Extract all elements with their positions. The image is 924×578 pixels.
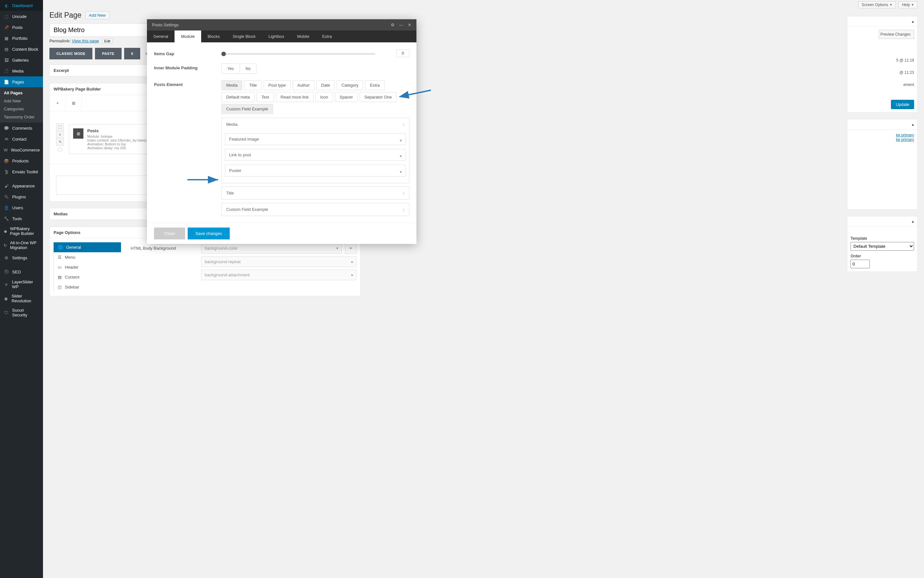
- bg-color-select[interactable]: background-color: [201, 243, 342, 253]
- sidebar-sub-taxonomy[interactable]: Taxonomy Order: [0, 113, 43, 121]
- minimize-icon[interactable]: —: [399, 23, 403, 27]
- pill-date[interactable]: Date: [316, 80, 335, 90]
- save-changes-button[interactable]: Save changes: [188, 227, 229, 239]
- tab-mobile[interactable]: Mobile: [291, 31, 316, 42]
- gear-icon[interactable]: ⚙: [391, 23, 395, 27]
- media-section-header[interactable]: Media ↕: [222, 118, 409, 131]
- classic-mode-button[interactable]: CLASSIC MODE: [49, 48, 92, 59]
- sidebar-item-woocommerce[interactable]: WWooCommerce: [0, 144, 43, 155]
- bg-attach-select[interactable]: background-attachment: [201, 270, 357, 280]
- sidebar-item-slider-rev[interactable]: ◉Slider Revolution: [0, 291, 43, 305]
- po-tab-sidebar[interactable]: ◫Sidebar: [53, 282, 121, 292]
- slider-thumb[interactable]: [221, 52, 226, 56]
- template-select[interactable]: Default Template: [851, 242, 914, 251]
- pill-icon[interactable]: Icon: [315, 92, 333, 102]
- permalink-edit-button[interactable]: Edit: [102, 39, 113, 44]
- bg-repeat-select[interactable]: background-repeat: [201, 257, 357, 267]
- sidebar-item-uncode[interactable]: ⬚Uncode: [0, 11, 43, 22]
- pill-category[interactable]: Category: [337, 80, 363, 90]
- tab-extra[interactable]: Extra: [316, 31, 338, 42]
- sidebar-item-media[interactable]: 🎵Media: [0, 65, 43, 76]
- permalink-link[interactable]: View this page: [72, 39, 99, 43]
- drag-handle-icon[interactable]: ↕: [403, 191, 405, 195]
- tab-general[interactable]: General: [147, 31, 175, 42]
- tab-blocks[interactable]: Blocks: [201, 31, 226, 42]
- primary-link[interactable]: ke primary: [896, 133, 914, 137]
- items-gap-slider[interactable]: [221, 53, 375, 55]
- po-tab-general[interactable]: 🌐General: [53, 242, 121, 252]
- sidebar-item-migration[interactable]: ↻All-in-One WP Migration: [0, 238, 43, 252]
- paste-button[interactable]: PASTE: [95, 48, 121, 59]
- sidebar-item-content-block[interactable]: ▤Content Block: [0, 44, 43, 55]
- tab-single-block[interactable]: Single Block: [226, 31, 262, 42]
- sidebar-sub-all-pages[interactable]: All Pages: [0, 89, 43, 97]
- sidebar-item-plugins[interactable]: 🔌Plugins: [0, 191, 43, 202]
- modal-titlebar[interactable]: Posts Settings ⚙ — ✕: [147, 19, 417, 31]
- toggle-no[interactable]: No: [240, 64, 256, 73]
- toggle-yes[interactable]: Yes: [222, 64, 240, 73]
- collapse-icon[interactable]: ▴: [912, 19, 914, 24]
- sidebar-item-settings[interactable]: ⚙Settings: [0, 252, 43, 263]
- drag-handle-icon[interactable]: ↕: [403, 122, 405, 127]
- sidebar-item-dashboard[interactable]: ◐Dashboard: [0, 0, 43, 11]
- preview-changes-button[interactable]: Preview Changes: [879, 30, 914, 39]
- po-tab-header[interactable]: ▭Header: [53, 262, 121, 272]
- pill-default-meta[interactable]: Default meta: [221, 92, 255, 102]
- pill-spacer[interactable]: Spacer: [335, 92, 358, 102]
- sidebar-item-users[interactable]: 👤Users: [0, 202, 43, 213]
- featured-image-select[interactable]: Featured image: [225, 133, 406, 145]
- drag-button[interactable]: ≡: [56, 131, 64, 138]
- pill-extra[interactable]: Extra: [365, 80, 384, 90]
- pill-custom-field[interactable]: Custom Field Example: [221, 104, 273, 114]
- template-button[interactable]: ⊞: [66, 95, 82, 111]
- sidebar-item-appearance[interactable]: 🖌Appearance: [0, 180, 43, 191]
- sidebar-item-portfolio[interactable]: ▦Portfolio: [0, 33, 43, 44]
- help-button[interactable]: Help ▼: [898, 1, 918, 8]
- screen-options-button[interactable]: Screen Options ▼: [858, 1, 896, 8]
- sidebar-item-products[interactable]: 📦Products: [0, 155, 43, 166]
- sidebar-item-layerslider[interactable]: ≡LayerSlider WP: [0, 277, 43, 291]
- sidebar-item-pages[interactable]: 📄Pages: [0, 76, 43, 87]
- pill-separator[interactable]: Separator One: [360, 92, 397, 102]
- sidebar-label: Contact: [12, 137, 27, 141]
- expand-button[interactable]: ⛶: [56, 123, 64, 131]
- add-new-button[interactable]: Add New: [85, 11, 109, 19]
- zero-button[interactable]: 0: [124, 48, 141, 59]
- edit-button[interactable]: ✎: [56, 138, 64, 146]
- sidebar-sub-categories[interactable]: Categories: [0, 105, 43, 113]
- tab-lightbox[interactable]: Lightbox: [262, 31, 291, 42]
- pill-title[interactable]: Title: [244, 80, 261, 90]
- sidebar-item-wpbakery[interactable]: ◆WPBakery Page Builder: [0, 224, 43, 238]
- tab-module[interactable]: Module: [175, 31, 201, 42]
- close-button[interactable]: Close: [154, 227, 185, 239]
- pill-author[interactable]: Author: [293, 80, 314, 90]
- close-icon[interactable]: ✕: [408, 23, 411, 27]
- update-button[interactable]: Update: [891, 100, 914, 109]
- collapse-icon[interactable]: ▴: [912, 219, 914, 224]
- add-element-button[interactable]: ＋: [50, 95, 66, 111]
- pill-text[interactable]: Text: [257, 92, 274, 102]
- sidebar-item-galleries[interactable]: 🖼Galleries: [0, 55, 43, 65]
- po-tab-menu[interactable]: ☰Menu: [53, 252, 121, 262]
- sidebar-item-contact[interactable]: ✉Contact: [0, 133, 43, 144]
- add-bg-button[interactable]: ＋: [345, 242, 357, 254]
- sidebar-item-seo[interactable]: ⓎSEO: [0, 266, 43, 277]
- link-to-post-select[interactable]: Link to post: [225, 149, 406, 161]
- drag-handle-icon[interactable]: ↕: [403, 207, 405, 212]
- custom-field-section-header[interactable]: Custom Field Example ↕: [222, 203, 409, 216]
- sidebar-item-sucuri[interactable]: 🛡Sucuri Security: [0, 305, 43, 309]
- collapse-icon[interactable]: ▴: [912, 122, 914, 127]
- sidebar-item-tools[interactable]: 🔧Tools: [0, 213, 43, 224]
- poster-select[interactable]: Poster: [225, 165, 406, 177]
- pill-media[interactable]: Media: [221, 80, 242, 90]
- sidebar-item-comments[interactable]: 💬Comments: [0, 123, 43, 133]
- title-section-header[interactable]: Title ↕: [222, 187, 409, 199]
- po-tab-content[interactable]: ▤Content: [53, 272, 121, 282]
- sidebar-item-envato[interactable]: 🍃Envato Toolkit: [0, 166, 43, 177]
- primary-link[interactable]: ke primary: [896, 137, 914, 142]
- pill-read-more[interactable]: Read more link: [276, 92, 313, 102]
- sidebar-sub-add-new[interactable]: Add New: [0, 97, 43, 105]
- order-input[interactable]: [851, 260, 870, 268]
- sidebar-item-posts[interactable]: 📌Posts: [0, 22, 43, 33]
- pill-post-type[interactable]: Post type: [264, 80, 291, 90]
